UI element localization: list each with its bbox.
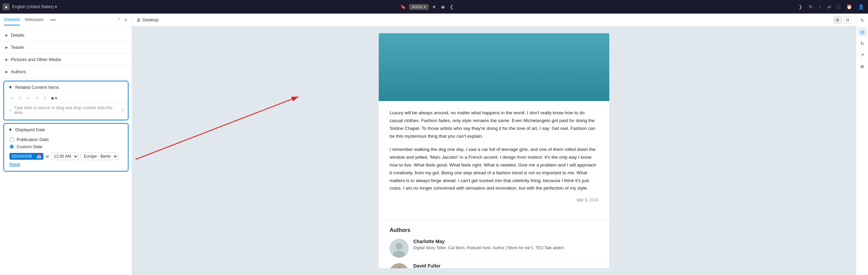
- drag-drop-area: ＋ Type here to search or drag and drop c…: [8, 105, 124, 115]
- authors-section: Authors Charlotte May Digital Story Tell…: [379, 220, 609, 268]
- section-authors-label: Authors: [11, 69, 26, 74]
- close-panel-icon[interactable]: ✕: [124, 17, 128, 23]
- star-icon[interactable]: ★: [431, 3, 438, 10]
- section-teaser-label: Teaser: [11, 45, 24, 50]
- chevron-teaser-icon: ▶: [5, 45, 8, 49]
- left-panel: Content Metadata ••• ⌃ ✕ ▶ Details: [0, 14, 132, 275]
- publication-date-option[interactable]: Publication Date: [9, 137, 122, 142]
- desktop-icon: 🖥: [136, 17, 141, 23]
- chevron-right-icon[interactable]: ❯: [797, 3, 804, 10]
- time-select[interactable]: 12:00 AM: [51, 153, 79, 160]
- calendar-icon: 📅: [37, 154, 41, 159]
- drag-handle-icon: ≡: [121, 108, 124, 113]
- top-bar-right: ❯ ↻ ↑ ⇄ □ ⏰ 👤: [797, 3, 865, 10]
- chevron-authors-icon: ▶: [5, 70, 8, 74]
- at-label: at: [45, 154, 49, 159]
- toolbar-cut-btn[interactable]: ✂: [25, 95, 32, 102]
- right-sidebar: ✎ ◎ ↻ ↗ ⊕: [856, 14, 868, 275]
- grid-view-btn[interactable]: ⊞: [833, 16, 842, 24]
- tab-metadata[interactable]: Metadata: [25, 14, 43, 25]
- user-icon[interactable]: 👤: [857, 3, 865, 10]
- drop-text: Type here to search or drag and drop con…: [14, 105, 119, 115]
- right-toolbar-left: 🖥 Desktop: [136, 17, 159, 23]
- date-options: Publication Date Custom Date: [4, 136, 128, 151]
- location-icon[interactable]: ◆: [440, 3, 446, 10]
- section-details: ▶ Details: [0, 29, 132, 41]
- author-name-1: Charlotte May: [413, 239, 564, 244]
- panel-tabs: Content Metadata ••• ⌃ ✕: [0, 14, 132, 26]
- article-badge[interactable]: Article ▾: [409, 4, 429, 10]
- add-icon: ＋: [8, 107, 12, 113]
- lang-label: English (United States): [12, 4, 54, 9]
- date-input-box[interactable]: 📅: [9, 153, 43, 160]
- chevron-related-icon: ▼: [8, 85, 13, 90]
- chevron-left-icon[interactable]: ❮: [448, 3, 455, 10]
- right-panel: 🖥 Desktop ⊞ ⊟ Luxury will be always arou…: [132, 14, 856, 275]
- date-input-row: 📅 at 12:00 AM Europe - Berlin Reset: [4, 151, 128, 167]
- sidebar-eye-btn[interactable]: ◎: [857, 27, 867, 37]
- custom-date-option[interactable]: Custom Date: [9, 144, 122, 149]
- displayed-date-header[interactable]: ▼ Displayed Date: [4, 124, 128, 136]
- author-bio-1: Digital Story Teller. Cat Mom. Podcast h…: [413, 245, 564, 251]
- related-content-header[interactable]: ▼ Related Content Items: [4, 81, 128, 93]
- sidebar-external-btn[interactable]: ↗: [857, 50, 867, 60]
- more-options-icon[interactable]: •••: [50, 17, 56, 23]
- timezone-select[interactable]: Europe - Berlin: [81, 153, 118, 160]
- date-text-input[interactable]: [12, 154, 35, 159]
- author-name-2: David Fuller: [413, 263, 549, 268]
- list-view-btn[interactable]: ⊟: [844, 16, 852, 24]
- custom-date-label: Custom Date: [17, 144, 42, 149]
- top-bar-center: 🔖 Article ▾ ★ ◆ ❮: [399, 3, 455, 10]
- section-teaser: ▶ Teaser: [0, 41, 132, 54]
- top-bar: ■ English (United States) ▾ 🔖 Article ▾ …: [0, 0, 868, 14]
- toolbar-remove-btn[interactable]: ✕: [8, 95, 15, 102]
- app-icon: ■: [3, 3, 9, 10]
- author-avatar-2: [390, 263, 409, 268]
- sidebar-add-btn[interactable]: ⊕: [857, 62, 867, 71]
- article-paragraph-1: Luxury will be always around, no matter …: [390, 109, 598, 140]
- section-pictures-label: Pictures and Other Media: [11, 57, 61, 62]
- toolbar-unlink-btn[interactable]: ✕: [34, 95, 41, 102]
- section-details-header[interactable]: ▶ Details: [0, 29, 132, 41]
- author-info-1: Charlotte May Digital Story Teller. Cat …: [413, 239, 564, 251]
- right-toolbar: 🖥 Desktop ⊞ ⊟: [132, 14, 856, 26]
- sidebar-edit-btn[interactable]: ✎: [857, 16, 867, 25]
- author-info-2: David Fuller Gamma CEO, freelance fashio…: [413, 263, 549, 268]
- publication-date-radio[interactable]: [9, 137, 14, 142]
- share-icon[interactable]: ⇄: [826, 3, 833, 10]
- related-content-title: Related Content Items: [15, 85, 59, 90]
- section-teaser-header[interactable]: ▶ Teaser: [0, 41, 132, 53]
- collapse-panel-icon[interactable]: ⌃: [117, 17, 121, 23]
- article-dropdown-icon: ▾: [424, 5, 426, 9]
- refresh-icon[interactable]: ↻: [807, 3, 814, 10]
- article-card: Luxury will be always around, no matter …: [379, 33, 609, 268]
- upload-icon[interactable]: ↑: [817, 3, 823, 10]
- article-area: Luxury will be always around, no matter …: [132, 26, 856, 275]
- bookmark-icon[interactable]: 🔖: [399, 3, 407, 10]
- section-details-label: Details: [11, 33, 24, 38]
- custom-date-radio[interactable]: [9, 144, 14, 149]
- author-item-2: David Fuller Gamma CEO, freelance fashio…: [390, 263, 598, 268]
- related-content-section: ▼ Related Content Items ✕ ✎ ✂ ✕ ⎘ ■ ▾ ＋ …: [3, 81, 129, 120]
- section-pictures-header[interactable]: ▶ Pictures and Other Media: [0, 54, 132, 65]
- toolbar-edit-btn[interactable]: ✎: [17, 95, 24, 102]
- lang-dropdown-icon: ▾: [55, 4, 57, 9]
- lang-selector[interactable]: English (United States) ▾: [12, 4, 57, 9]
- publication-date-label: Publication Date: [17, 137, 49, 142]
- right-toolbar-right: ⊞ ⊟: [833, 16, 852, 24]
- toolbar-more-btn[interactable]: ■ ▾: [50, 95, 59, 102]
- section-authors-header[interactable]: ▶ Authors: [0, 66, 132, 78]
- chevron-details-icon: ▶: [5, 33, 8, 37]
- clock-icon[interactable]: ⏰: [845, 3, 853, 10]
- section-pictures: ▶ Pictures and Other Media: [0, 54, 132, 66]
- main-area: Content Metadata ••• ⌃ ✕ ▶ Details: [0, 14, 868, 275]
- toolbar-copy-btn[interactable]: ⎘: [42, 95, 48, 102]
- chevron-date-icon: ▼: [8, 127, 13, 132]
- authors-title: Authors: [390, 227, 598, 233]
- window-icon[interactable]: □: [836, 3, 842, 10]
- reset-link[interactable]: Reset: [9, 162, 20, 167]
- sidebar-refresh-btn[interactable]: ↻: [857, 39, 867, 48]
- panel-content: ▶ Details ▶ Teaser ▶ Pictures and Other …: [0, 26, 132, 275]
- article-body: Luxury will be always around, no matter …: [379, 101, 609, 220]
- tab-content[interactable]: Content: [4, 14, 20, 25]
